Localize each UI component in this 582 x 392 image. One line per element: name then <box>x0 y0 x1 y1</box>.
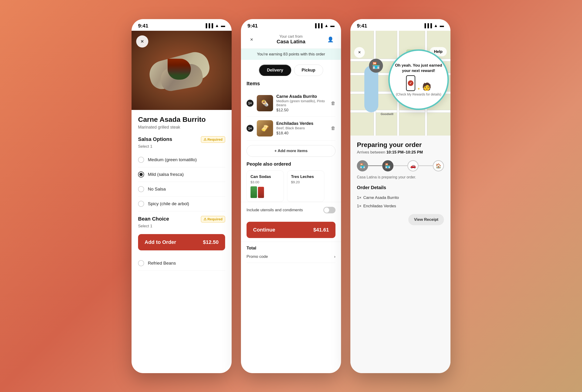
radio-circle-spicy[interactable] <box>138 201 144 207</box>
utensils-toggle[interactable] <box>323 207 335 213</box>
promo-row[interactable]: Promo code › <box>247 250 335 263</box>
arrives-time: 10:15 PM–10:25 PM <box>386 150 423 154</box>
signal-icon: ▐▐▐ <box>204 23 213 28</box>
enchilada-thumbnail: 🫔 <box>257 120 273 136</box>
points-text: You're earning 83 points with this order <box>257 52 325 56</box>
cart-item-2-desc: Beef, Black Beans <box>276 126 328 130</box>
progress-track: 🏪 🏪 🚗 🏠 <box>357 160 444 172</box>
wifi-icon-2: ▲ <box>324 23 328 28</box>
salsa-option-spicy[interactable]: Spicy (chile de arbol) <box>138 196 225 211</box>
salsa-required-badge: ⚠ Required <box>201 136 225 143</box>
map-label-goodwill: Goodwill <box>381 112 393 116</box>
promo-chevron-icon: › <box>334 254 335 259</box>
qty-badge-2: 1× <box>247 125 254 132</box>
people-item-tres-leches[interactable]: Tres Leches $9.20 <box>287 170 324 202</box>
progress-step-restaurant: 🏪 <box>357 160 368 172</box>
order-details-title: Order Details <box>357 185 444 190</box>
cart-item-2-price: $18.40 <box>276 131 328 136</box>
person-icon: 🧑 <box>422 82 431 91</box>
wifi-icon-3: ▲ <box>434 23 438 28</box>
status-bar-3: 9:41 ▐▐▐ ▲ ▬ <box>350 19 451 31</box>
close-button-1[interactable]: × <box>136 36 148 48</box>
map-view: Berkeley Goodwill × Help 🏪 Oh yeah. You … <box>350 31 451 136</box>
pickup-tab[interactable]: Pickup <box>294 64 323 76</box>
preparing-subtitle: Arrives between 10:15 PM–10:25 PM <box>357 150 444 155</box>
add-to-order-button[interactable]: Add to Order $12.50 <box>138 234 225 250</box>
radio-inner-mild <box>139 173 143 176</box>
radio-circle-mild[interactable] <box>138 172 144 178</box>
battery-icon-3: ▬ <box>440 23 444 28</box>
profile-button[interactable]: 👤 <box>325 34 335 45</box>
status-icons-3: ▐▐▐ ▲ ▬ <box>423 23 444 28</box>
cart-item-2-info: Enchiladas Verdes Beef, Black Beans $18.… <box>276 121 328 136</box>
progress-line-1 <box>368 165 382 166</box>
status-time-3: 9:41 <box>357 23 367 29</box>
points-banner: You're earning 83 points with this order <box>241 49 341 60</box>
map-close-button[interactable]: × <box>354 47 365 58</box>
progress-step-preparing: 🏪 <box>382 160 393 172</box>
delivery-tab[interactable]: Delivery <box>259 64 291 76</box>
continue-label: Continue <box>253 227 275 233</box>
reward-sub: (Check My Rewards for details) <box>396 92 441 96</box>
continue-price: $41.61 <box>313 227 329 233</box>
toggle-knob <box>324 208 329 213</box>
people-section: People also ordered Can Sodas $3.00 Tres… <box>241 162 341 202</box>
green-can <box>250 186 257 198</box>
cart-subtitle: Your cart from <box>257 34 325 39</box>
people-items-list: Can Sodas $3.00 Tres Leches $9.20 <box>247 170 335 202</box>
cart-item-2-name: Enchiladas Verdes <box>276 121 328 126</box>
salsa-medium-label: Medium (green tomatillo) <box>148 157 197 162</box>
red-can <box>258 187 264 198</box>
cart-item-1-desc: Medium (green tomatillo), Pinto Beans <box>276 99 328 107</box>
cart-item-1-name: Carne Asada Burrito <box>276 94 328 99</box>
order-item-1-qty: 1× <box>357 196 361 200</box>
status-icons-2: ▐▐▐ ▲ ▬ <box>314 23 335 28</box>
progress-step-home: 🏠 <box>433 160 444 172</box>
burrito-filling <box>168 59 191 80</box>
sodas-name: Can Sodas <box>250 174 280 179</box>
status-icons-1: ▐▐▐ ▲ ▬ <box>204 23 225 28</box>
checkmark-icon: ✓ <box>408 80 414 86</box>
phone-tracking: 9:41 ▐▐▐ ▲ ▬ Berkeley Goodwill × <box>350 19 451 373</box>
add-more-button[interactable]: + Add more items <box>247 145 335 157</box>
status-time-2: 9:41 <box>247 23 258 29</box>
bean-option-refried[interactable]: Refried Beans <box>138 256 225 271</box>
hero-image: × <box>131 31 232 110</box>
phone-reward-icon: ✓ <box>406 75 415 91</box>
tres-leches-price: $9.20 <box>291 180 320 184</box>
order-tracking-content: Preparing your order Arrives between 10:… <box>350 136 451 373</box>
cart-title-main: Casa Latina <box>257 39 325 45</box>
add-to-order-price: $12.50 <box>203 239 219 245</box>
reward-popup: Oh yeah. You just earned your next rewar… <box>388 50 449 110</box>
phones-container: 9:41 ▐▐▐ ▲ ▬ × Carne Asada Burrito Marin… <box>131 19 451 373</box>
sodas-image <box>250 186 280 198</box>
progress-line-3 <box>419 165 433 166</box>
battery-icon-2: ▬ <box>330 23 335 28</box>
salsa-option-medium[interactable]: Medium (green tomatillo) <box>138 152 225 167</box>
people-item-sodas[interactable]: Can Sodas $3.00 <box>247 170 284 202</box>
view-receipt-button[interactable]: View Receipt <box>408 214 444 225</box>
radio-circle-none[interactable] <box>138 186 144 192</box>
map-road-h4 <box>350 110 451 113</box>
utensils-label: Include utensils and condiments <box>247 208 303 212</box>
map-water <box>364 66 378 112</box>
status-bar-2: 9:41 ▐▐▐ ▲ ▬ <box>241 19 341 31</box>
cart-title-block: Your cart from Casa Latina <box>257 34 325 45</box>
close-button-2[interactable]: × <box>247 34 257 45</box>
phone-cart: 9:41 ▐▐▐ ▲ ▬ × Your cart from Casa Latin… <box>241 19 341 373</box>
items-section: Items 1× 🌯 Carne Asada Burrito Medium (g… <box>241 80 341 140</box>
radio-circle-refried[interactable] <box>138 260 144 266</box>
delete-item-2-button[interactable]: 🗑 <box>331 126 335 131</box>
salsa-option-mild[interactable]: Mild (salsa fresca) <box>138 167 225 182</box>
salsa-mild-label: Mild (salsa fresca) <box>148 172 184 177</box>
qty-badge-1: 1× <box>247 100 254 107</box>
bean-refried-label: Refried Beans <box>148 261 176 266</box>
wifi-icon: ▲ <box>215 23 219 28</box>
salsa-option-none[interactable]: No Salsa <box>138 182 225 196</box>
cart-item-burrito: 1× 🌯 Carne Asada Burrito Medium (green t… <box>247 90 335 116</box>
delete-item-1-button[interactable]: 🗑 <box>331 100 335 106</box>
radio-circle-medium[interactable] <box>138 157 144 163</box>
cart-item-1-price: $12.50 <box>276 108 328 112</box>
continue-button[interactable]: Continue $41.61 <box>247 222 335 238</box>
add-to-order-label: Add to Order <box>145 239 176 245</box>
